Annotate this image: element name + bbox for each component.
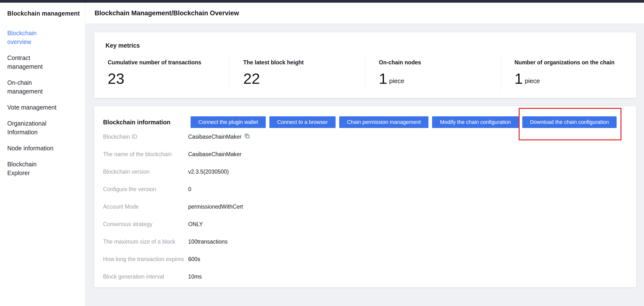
metric-label: Cumulative number of transactions — [108, 59, 230, 66]
field-label: Configure the version — [103, 186, 188, 193]
metric-value: 1 piece — [514, 71, 636, 86]
metric-number: 1 — [514, 71, 523, 86]
blockchain-info-title: Blockchain information — [103, 119, 190, 126]
field-label: Account Mode — [103, 204, 188, 210]
metric-unit: piece — [525, 77, 540, 86]
metric-label: Number of organizations on the chain — [514, 59, 636, 66]
info-row-block-generation-interval: Block generation interval 10ms — [94, 268, 636, 285]
breadcrumb: Blockchain Management/Blockchain Overvie… — [94, 10, 239, 17]
field-label: Blockchain ID — [103, 133, 188, 140]
metric-on-chain-nodes: On-chain nodes 1 piece — [365, 54, 501, 92]
info-row-account-mode: Account Mode permissionedWithCert — [94, 198, 636, 215]
sidebar-item-on-chain-management[interactable]: On-chain management — [7, 78, 59, 96]
metric-unit: piece — [389, 77, 404, 86]
key-metrics-title: Key metrics — [106, 42, 636, 49]
field-value: permissionedWithCert — [188, 204, 243, 210]
field-label: Blockchain version — [103, 169, 188, 175]
field-value: 0 — [188, 186, 191, 193]
field-value: 100transactions — [188, 238, 228, 245]
field-label: How long the transaction expires — [103, 256, 188, 262]
main-area: Blockchain Management/Blockchain Overvie… — [85, 3, 644, 306]
sidebar-nav: Blockchain overview Contract management … — [7, 29, 85, 177]
page-header: Blockchain Management/Blockchain Overvie… — [85, 3, 644, 24]
connect-to-browser-button[interactable]: Connect to a browser — [270, 116, 336, 128]
field-label: Block generation interval — [103, 273, 188, 280]
sidebar-item-vote-management[interactable]: Vote management — [7, 103, 59, 112]
field-value: ONLY — [188, 221, 203, 228]
app-shell: Blockchain management Blockchain overvie… — [0, 3, 644, 306]
modify-chain-configuration-button[interactable]: Modify the chain configuration — [432, 116, 518, 128]
blockchain-info-rows: Blockchain ID CasibaseChainMaker — [94, 128, 636, 285]
metric-label: On-chain nodes — [379, 59, 501, 66]
blockchain-id-value: CasibaseChainMaker — [188, 133, 242, 140]
field-value: CasibaseChainMaker — [188, 133, 250, 141]
field-value: v2.3.5(2030500) — [188, 169, 229, 175]
content-area: Key metrics Cumulative number of transac… — [85, 24, 644, 287]
metrics-row: Cumulative number of transactions 23 The… — [94, 54, 636, 92]
field-value: CasibaseChainMaker — [188, 151, 242, 158]
blockchain-info-card: Blockchain information Connect the plugi… — [94, 106, 636, 287]
info-row-configure-version: Configure the version 0 — [94, 181, 636, 198]
blockchain-info-header: Blockchain information Connect the plugi… — [94, 116, 636, 128]
metric-number: 1 — [379, 71, 387, 86]
connect-plugin-wallet-button[interactable]: Connect the plugin wallet — [190, 116, 266, 128]
sidebar-item-contract-management[interactable]: Contract management — [7, 53, 59, 71]
field-value: 600s — [188, 256, 200, 262]
info-row-blockchain-name: The name of the blockchain CasibaseChain… — [94, 145, 636, 163]
action-button-row: Connect the plugin wallet Connect to a b… — [190, 116, 616, 128]
key-metrics-card: Key metrics Cumulative number of transac… — [94, 32, 636, 98]
sidebar: Blockchain management Blockchain overvie… — [0, 3, 85, 306]
copy-icon[interactable] — [244, 133, 250, 141]
metric-latest-block-height: The latest block height 22 — [230, 54, 365, 92]
info-row-blockchain-id: Blockchain ID CasibaseChainMaker — [94, 128, 636, 145]
field-value: 10ms — [188, 273, 202, 280]
sidebar-item-organizational-information[interactable]: Organizational Information — [7, 119, 59, 136]
info-row-consensus-strategy: Consensus strategy ONLY — [94, 215, 636, 233]
metric-value: 22 — [243, 71, 365, 86]
metric-number: 22 — [243, 71, 260, 86]
chain-permission-management-button[interactable]: Chain permission management — [339, 116, 429, 128]
metric-cumulative-transactions: Cumulative number of transactions 23 — [94, 54, 230, 92]
info-row-max-block-size: The maximum size of a block 100transacti… — [94, 233, 636, 250]
info-row-blockchain-version: Blockchain version v2.3.5(2030500) — [94, 163, 636, 181]
metric-value: 1 piece — [379, 71, 501, 86]
info-row-transaction-expiry: How long the transaction expires 600s — [94, 250, 636, 268]
metric-organizations-on-chain: Number of organizations on the chain 1 p… — [501, 54, 636, 92]
sidebar-title: Blockchain management — [7, 10, 85, 17]
sidebar-item-blockchain-overview[interactable]: Blockchain overview — [7, 29, 59, 46]
field-label: The name of the blockchain — [103, 151, 188, 158]
metric-number: 23 — [108, 71, 124, 86]
highlighted-button-wrapper: Download the chain configuration — [522, 116, 616, 128]
sidebar-item-node-information[interactable]: Node information — [7, 144, 59, 152]
metric-value: 23 — [108, 71, 230, 86]
field-label: Consensus strategy — [103, 221, 188, 228]
top-window-bar — [0, 0, 644, 3]
download-chain-configuration-button[interactable]: Download the chain configuration — [522, 116, 616, 128]
metric-label: The latest block height — [243, 59, 365, 66]
field-label: The maximum size of a block — [103, 238, 188, 245]
sidebar-item-blockchain-explorer[interactable]: Blockchain Explorer — [7, 160, 59, 177]
